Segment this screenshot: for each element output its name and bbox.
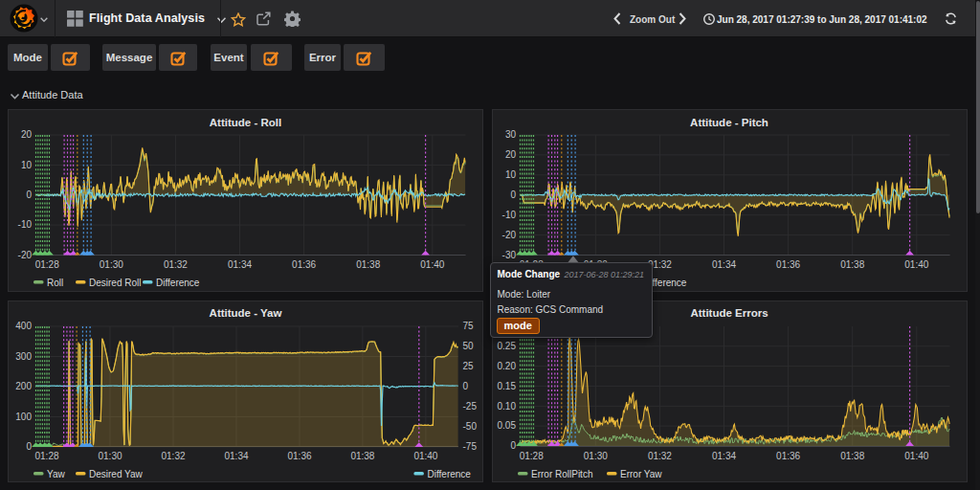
svg-text:30: 30 [504, 129, 516, 140]
svg-text:-75: -75 [463, 441, 478, 452]
svg-text:-50: -50 [463, 421, 478, 432]
svg-text:20: 20 [504, 149, 516, 160]
svg-text:01:40: 01:40 [420, 259, 444, 270]
svg-text:50: 50 [463, 341, 475, 351]
svg-text:0.25: 0.25 [497, 341, 516, 351]
svg-text:01:40: 01:40 [904, 259, 928, 270]
svg-text:01:28: 01:28 [519, 451, 543, 461]
svg-text:10: 10 [21, 160, 33, 170]
svg-text:-10: -10 [501, 210, 516, 220]
svg-text:-20: -20 [501, 230, 516, 240]
svg-text:Error Yaw: Error Yaw [620, 469, 662, 479]
svg-text:0: 0 [26, 441, 32, 452]
svg-text:01:28: 01:28 [35, 259, 59, 270]
svg-text:01:32: 01:32 [161, 451, 185, 461]
svg-text:0: 0 [463, 381, 469, 391]
svg-text:25: 25 [463, 361, 475, 371]
svg-text:01:30: 01:30 [583, 451, 607, 461]
svg-text:100: 100 [15, 411, 32, 421]
svg-text:-10: -10 [18, 219, 33, 230]
svg-text:0.10: 0.10 [497, 400, 516, 411]
svg-text:01:38: 01:38 [840, 451, 864, 461]
svg-text:01:40: 01:40 [904, 451, 928, 461]
svg-text:Desired Yaw: Desired Yaw [89, 469, 144, 479]
svg-text:-25: -25 [463, 401, 478, 412]
svg-text:01:36: 01:36 [292, 259, 316, 270]
svg-text:20: 20 [21, 129, 33, 140]
svg-text:300: 300 [15, 350, 32, 361]
svg-text:01:32: 01:32 [647, 451, 671, 461]
svg-text:01:38: 01:38 [356, 259, 380, 270]
svg-text:Difference: Difference [428, 469, 472, 479]
svg-text:0: 0 [510, 440, 516, 451]
svg-text:-30: -30 [501, 250, 516, 260]
svg-text:01:28: 01:28 [34, 451, 58, 461]
svg-text:01:36: 01:36 [776, 259, 800, 270]
svg-text:0: 0 [510, 189, 516, 200]
svg-text:Roll: Roll [47, 278, 63, 288]
svg-text:Desired Roll: Desired Roll [89, 278, 141, 288]
svg-text:01:34: 01:34 [228, 259, 252, 270]
svg-text:Difference: Difference [156, 278, 200, 288]
svg-text:01:36: 01:36 [776, 451, 800, 461]
svg-text:75: 75 [463, 321, 475, 331]
svg-text:01:36: 01:36 [287, 451, 311, 461]
svg-text:10: 10 [504, 169, 516, 180]
svg-text:0: 0 [26, 189, 32, 200]
svg-text:01:38: 01:38 [350, 451, 374, 461]
svg-text:400: 400 [15, 321, 32, 331]
svg-text:01:30: 01:30 [98, 451, 122, 461]
svg-text:01:32: 01:32 [164, 259, 188, 270]
svg-text:01:34: 01:34 [711, 259, 735, 270]
svg-text:01:40: 01:40 [413, 451, 437, 461]
svg-text:0.15: 0.15 [497, 380, 516, 390]
svg-text:01:34: 01:34 [224, 451, 248, 461]
svg-text:0.20: 0.20 [497, 360, 516, 370]
svg-text:0.05: 0.05 [497, 420, 516, 431]
svg-text:Error RollPitch: Error RollPitch [531, 469, 592, 479]
svg-text:01:30: 01:30 [100, 259, 123, 270]
svg-text:200: 200 [15, 381, 32, 391]
svg-text:-20: -20 [18, 250, 33, 260]
svg-text:01:34: 01:34 [711, 451, 735, 461]
svg-text:Yaw: Yaw [47, 469, 65, 479]
svg-text:01:38: 01:38 [840, 259, 864, 270]
